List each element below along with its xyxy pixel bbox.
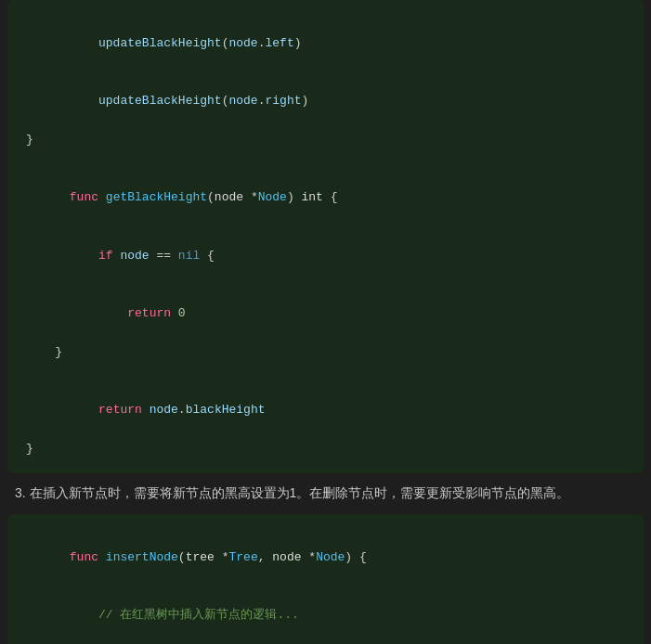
section-label: 3. 在插入新节点时，需要将新节点的黑高设置为1。在删除节点时，需要更新受影响节… <box>0 473 651 514</box>
code-text: updateBlackHeight <box>70 36 222 50</box>
code-line: } <box>26 440 625 459</box>
code-line: updateBlackHeight(node.left) <box>26 15 625 72</box>
code-line: func insertNode(tree *Tree, node *Node) … <box>26 529 625 586</box>
code-line <box>26 150 625 170</box>
code-line: } <box>26 131 625 150</box>
code-line <box>26 362 625 381</box>
code-line: // 在红黑树中插入新节点的逻辑... <box>26 587 625 644</box>
page-container: updateBlackHeight(node.left) updateBlack… <box>0 0 651 644</box>
code-block-2: func insertNode(tree *Tree, node *Node) … <box>7 514 644 644</box>
code-block-1: updateBlackHeight(node.left) updateBlack… <box>7 0 644 473</box>
code-line: return 0 <box>26 285 625 342</box>
code-line: } <box>26 343 625 363</box>
code-line: updateBlackHeight(node.right) <box>26 72 625 130</box>
code-line: if node == nil { <box>26 227 625 285</box>
code-line: func getBlackHeight(node *Node) int { <box>26 169 625 226</box>
code-line: return node.blackHeight <box>26 381 625 439</box>
section-label-text: 3. 在插入新节点时，需要将新节点的黑高设置为1。在删除节点时，需要更新受影响节… <box>15 485 569 500</box>
